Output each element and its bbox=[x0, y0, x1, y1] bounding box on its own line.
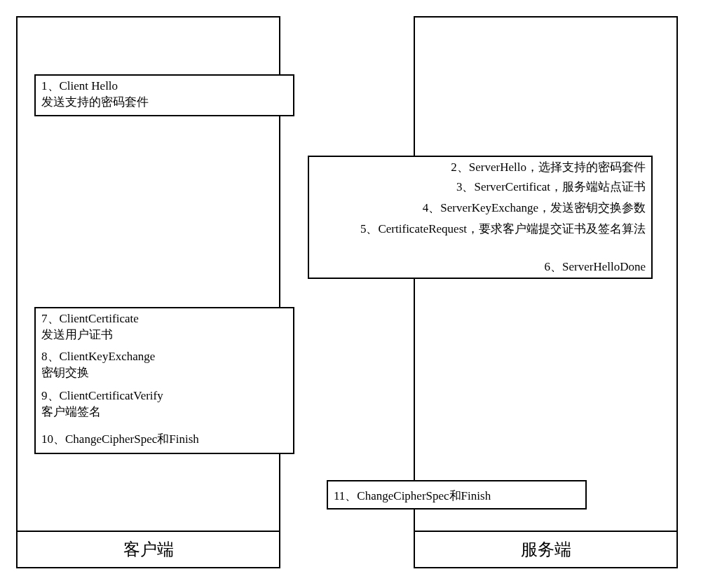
step-10: 10、ChangeCipherSpec和Finish bbox=[34, 425, 294, 454]
step-9: 9、ClientCertificatVerify 客户端签名 bbox=[34, 385, 294, 426]
step-4: 4、ServerKeyExchange，发送密钥交换参数 bbox=[308, 198, 653, 220]
step-2: 2、ServerHello，选择支持的密码套件 bbox=[308, 156, 653, 178]
step-1: 1、Client Hello 发送支持的密码套件 bbox=[34, 74, 294, 116]
step-3: 3、ServerCertificat，服务端站点证书 bbox=[308, 177, 653, 199]
step-5: 5、CertificateRequest，要求客户端提交证书及签名算法 bbox=[308, 219, 653, 258]
lane-client-label: 客户端 bbox=[18, 531, 279, 567]
step-8: 8、ClientKeyExchange 密钥交换 bbox=[34, 346, 294, 387]
step-11: 11、ChangeCipherSpec和Finish bbox=[327, 480, 587, 510]
step-6: 6、ServerHelloDone bbox=[308, 257, 653, 279]
step-7: 7、ClientCertificate 发送用户证书 bbox=[34, 307, 294, 348]
lane-server-label: 服务端 bbox=[415, 531, 676, 567]
